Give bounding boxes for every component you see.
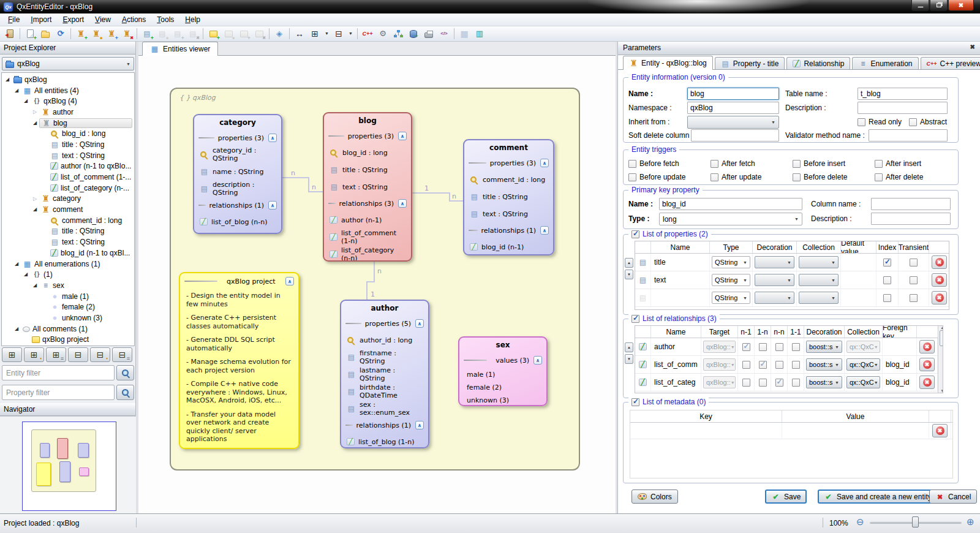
project-combo[interactable]: qxBlog ▼: [2, 57, 134, 70]
checkbox[interactable]: [793, 160, 801, 168]
collapse-icon[interactable]: ∧: [533, 356, 542, 365]
pk-description-input[interactable]: [871, 213, 951, 225]
tree-item-all-entities-4[interactable]: ◢▦All entities (4): [2, 85, 134, 96]
collapse-options-button[interactable]: ▼: [347, 27, 355, 40]
tree-item-qxblog-project[interactable]: qxBlog project: [2, 335, 134, 346]
trigger-after-insert-checkbox[interactable]: After insert: [875, 159, 921, 168]
add-property-button[interactable]: ▤+: [140, 27, 154, 40]
tab-c-preview[interactable]: C++C++ preview: [921, 57, 980, 70]
cancel-button[interactable]: ✖ Cancel: [929, 490, 977, 504]
table-name-input[interactable]: [858, 88, 948, 100]
collapse-expander-icon[interactable]: ◢: [13, 326, 20, 331]
soft-delete-input[interactable]: [691, 129, 779, 142]
collapse-icon[interactable]: ∧: [285, 277, 294, 285]
property-row-text[interactable]: ▤textQString▼▼▼✖: [635, 271, 949, 289]
decoration-combo[interactable]: ▼: [755, 256, 794, 268]
tree-item-author-n-1-to-qxblo[interactable]: ╱author (n-1 to qxBlo...: [2, 161, 134, 172]
property-filter-input[interactable]: [2, 385, 115, 400]
save-and-create-button[interactable]: ✔ Save and create a new entity: [818, 490, 938, 504]
default-value-cell[interactable]: [841, 289, 876, 306]
entity-item-list-of-blog-n-n[interactable]: ╱list_of_blog (n-n): [194, 213, 281, 230]
pk-name-input[interactable]: [659, 198, 802, 210]
pk-type-combo[interactable]: long▼: [659, 213, 802, 225]
delete-row-button[interactable]: ✖: [932, 273, 947, 287]
tree-item-sex[interactable]: ◢≡sex: [2, 280, 134, 291]
name-cell[interactable]: list_of_comm: [651, 356, 701, 373]
n-n-checkbox[interactable]: [775, 361, 783, 369]
move-down-button[interactable]: ▼: [625, 270, 633, 279]
collapse-expander-icon[interactable]: ◢: [32, 120, 38, 126]
entity-item-description-qstring[interactable]: ▤description : QString: [194, 180, 281, 197]
collapse-expander-icon[interactable]: ◢: [13, 88, 20, 93]
table-scrollbar[interactable]: ▲▼: [938, 326, 943, 393]
tree-item-list-of-comment-1[interactable]: ╱list_of_comment (1-...: [2, 172, 134, 183]
entity-box-sex[interactable]: sexvalues (3)∧male (1)female (2)unknown …: [458, 336, 548, 406]
index-checkbox[interactable]: [883, 294, 891, 302]
type-combo[interactable]: QString▼: [712, 256, 750, 268]
trigger-after-delete-checkbox[interactable]: After delete: [875, 172, 923, 182]
property-row-title[interactable]: ▤titleQString▼▼▼✖: [635, 254, 949, 271]
collapse-icon[interactable]: ∧: [268, 134, 277, 142]
expand-all-button[interactable]: ⊞: [307, 27, 322, 40]
entity-item-title-qstring[interactable]: ▤title : QString: [464, 188, 553, 205]
restore-button[interactable]: [930, 0, 948, 11]
expand-options-button[interactable]: ▼: [323, 27, 331, 40]
entity-name-input[interactable]: [687, 88, 779, 100]
collapse-icon[interactable]: ∧: [268, 201, 277, 210]
foreign-key-cell[interactable]: blog_id: [883, 374, 917, 391]
tree-item-comment[interactable]: ◢♜comment: [2, 204, 134, 215]
trigger-after-fetch-checkbox[interactable]: After fetch: [710, 159, 755, 168]
trigger-before-delete-checkbox[interactable]: Before delete: [793, 172, 847, 182]
edit-property-button[interactable]: ▤●: [155, 27, 170, 40]
navigator-minimap[interactable]: [22, 421, 116, 511]
entity-item-text-qstring[interactable]: ▤text : QString: [324, 178, 411, 195]
note-box-note[interactable]: qxBlog project∧- Design the entity model…: [179, 272, 300, 449]
collapse-expander-icon[interactable]: ◢: [23, 98, 29, 104]
grid-button[interactable]: ▦: [457, 27, 472, 40]
collapse-entities-button[interactable]: ⊟▪: [90, 347, 110, 362]
menu-tools[interactable]: Tools: [151, 14, 179, 25]
tree-item-text-qstring[interactable]: ▤text : QString: [2, 150, 134, 161]
colors-button[interactable]: Colors: [631, 490, 678, 504]
entity-item-list-of-blog-1-n[interactable]: ╱list_of_blog (1-n): [341, 433, 428, 448]
delete-row-button[interactable]: ✖: [919, 376, 935, 389]
checkbox[interactable]: [875, 160, 883, 168]
move-up-button[interactable]: ▲: [625, 258, 633, 268]
tree-item-unknown-3[interactable]: ●unknown (3): [2, 312, 134, 323]
relationship-row-list-of-comm[interactable]: ╱list_of_commqxBlog::▼boost::s▼qx::QxC▼b…: [635, 356, 938, 374]
expand-expander-icon[interactable]: ▷: [32, 196, 38, 202]
duplicate-property-button[interactable]: ▤+: [170, 27, 185, 40]
checkbox[interactable]: [710, 173, 718, 181]
entity-item-female-2[interactable]: female (2): [459, 381, 546, 394]
n-n-checkbox[interactable]: [775, 379, 783, 387]
type-combo[interactable]: QString▼: [712, 274, 750, 286]
tree-item-text-qstring[interactable]: ▤text : QString: [2, 236, 134, 248]
tree-item-comment-id-long[interactable]: comment_id : long: [2, 215, 134, 226]
checkbox[interactable]: [710, 160, 718, 168]
name-cell[interactable]: title: [651, 254, 710, 271]
checkbox[interactable]: [628, 160, 636, 168]
tree-item-title-qstring[interactable]: ▤title : QString: [2, 226, 134, 237]
collection-combo[interactable]: ▼: [799, 256, 839, 268]
move-down-button[interactable]: ▼: [625, 354, 633, 364]
type-combo[interactable]: QString▼: [712, 292, 750, 304]
zoom-out-button[interactable]: ⊖: [856, 517, 864, 526]
zoom-slider-thumb[interactable]: [912, 516, 919, 527]
tree-item-1[interactable]: ◢{ }(1): [2, 269, 134, 280]
1-n-checkbox[interactable]: [759, 361, 767, 369]
entity-item-text-qstring[interactable]: ▤text : QString: [464, 205, 553, 222]
zoom-in-button[interactable]: ⊕: [967, 517, 974, 526]
properties-list-checkbox[interactable]: [631, 230, 639, 238]
tree-item-blog-id-long[interactable]: blog_id : long: [2, 128, 134, 139]
collapse-icon[interactable]: ∧: [540, 159, 549, 167]
delete-entity-button[interactable]: ♜✖: [119, 27, 134, 40]
inherit-from-combo[interactable]: ▼: [687, 116, 779, 129]
tree-item-qxblog-4[interactable]: ◢{ }qxBlog (4): [2, 96, 134, 107]
move-up-button[interactable]: ▲: [625, 342, 633, 352]
expand-all-button[interactable]: ⊞: [2, 347, 22, 362]
name-cell[interactable]: text: [651, 271, 710, 289]
validator-input[interactable]: [869, 129, 948, 142]
save-button[interactable]: ✔ Save: [765, 490, 807, 504]
collection-combo[interactable]: qx::QxC▼: [846, 376, 880, 388]
tag-button[interactable]: ◈: [272, 27, 287, 40]
